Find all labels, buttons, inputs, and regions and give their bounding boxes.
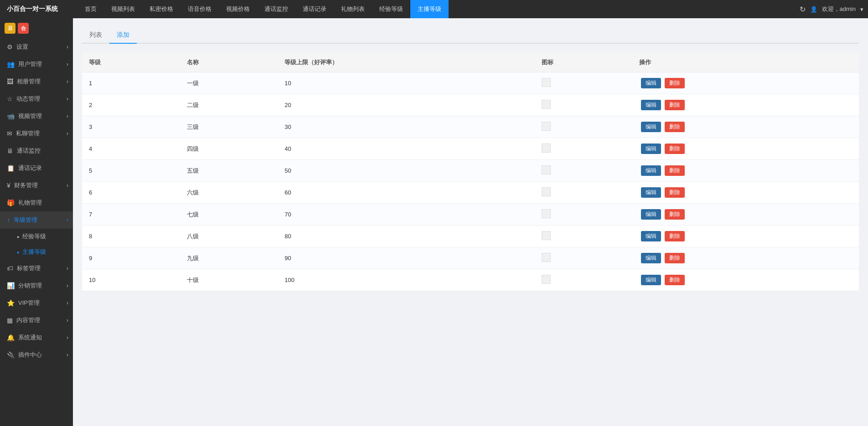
- table-row: 10 十级 100 编辑 删除: [82, 269, 859, 291]
- edit-button[interactable]: 编辑: [641, 275, 661, 285]
- cell-name: 七级: [180, 204, 278, 226]
- nav-video-list[interactable]: 视频列表: [104, 0, 142, 18]
- record-icon: 📋: [7, 164, 15, 172]
- badge-dou[interactable]: 豆: [5, 23, 16, 34]
- sidebar-item-dynamic[interactable]: ☆ 动态管理 ›: [0, 90, 73, 108]
- sidebar: 豆 合 ⚙ 设置 › 👥 用户管理 › 🖼 相册管理 › ☆ 动态管理 › 📹 …: [0, 18, 73, 426]
- chevron-right-icon: ›: [67, 182, 68, 189]
- sidebar-item-private-chat[interactable]: ✉ 私聊管理 ›: [0, 125, 73, 142]
- sidebar-item-user-management[interactable]: 👥 用户管理 ›: [0, 56, 73, 73]
- col-header-icon: 图标: [535, 53, 633, 72]
- cell-name: 八级: [180, 226, 278, 247]
- edit-button[interactable]: 编辑: [641, 122, 661, 132]
- cell-limit: 60: [278, 182, 534, 204]
- cell-limit: 20: [278, 94, 534, 116]
- badge-he[interactable]: 合: [18, 23, 29, 34]
- cell-icon: [535, 160, 633, 182]
- sidebar-label-user-management: 用户管理: [18, 60, 42, 68]
- nav-voice-price[interactable]: 语音价格: [181, 0, 219, 18]
- nav-call-record[interactable]: 通话记录: [295, 0, 334, 18]
- sidebar-subitem-exp-level[interactable]: 经验等级: [0, 229, 73, 244]
- sidebar-sublabel-anchor-level: 主播等级: [22, 248, 46, 256]
- chevron-right-icon: ›: [67, 113, 68, 119]
- sidebar-item-settings[interactable]: ⚙ 设置 ›: [0, 38, 73, 56]
- table-row: 5 五级 50 编辑 删除: [82, 160, 859, 182]
- sidebar-label-content: 内容管理: [16, 316, 40, 324]
- edit-button[interactable]: 编辑: [641, 187, 661, 198]
- sidebar-label-video: 视频管理: [18, 112, 42, 120]
- sidebar-label-dynamic: 动态管理: [16, 95, 40, 103]
- sidebar-item-plugin[interactable]: 🔌 插件中心 ›: [0, 346, 73, 364]
- sidebar-item-call-record[interactable]: 📋 通话记录: [0, 159, 73, 177]
- edit-button[interactable]: 编辑: [641, 253, 661, 263]
- chevron-right-icon: ›: [67, 130, 68, 137]
- sidebar-item-finance[interactable]: ¥ 财务管理 ›: [0, 177, 73, 194]
- content-icon: ▦: [7, 317, 13, 324]
- cell-name: 一级: [180, 72, 278, 94]
- delete-button[interactable]: 删除: [665, 231, 685, 241]
- vip-icon: ⭐: [7, 299, 15, 307]
- edit-button[interactable]: 编辑: [641, 209, 661, 220]
- delete-button[interactable]: 删除: [665, 78, 685, 88]
- tab-add[interactable]: 添加: [109, 27, 137, 44]
- delete-button[interactable]: 删除: [665, 122, 685, 132]
- sidebar-item-tag[interactable]: 🏷 标签管理 ›: [0, 260, 73, 277]
- delete-button[interactable]: 删除: [665, 100, 685, 110]
- level-icon: ↑: [7, 216, 10, 224]
- cell-limit: 50: [278, 160, 534, 182]
- sidebar-item-album[interactable]: 🖼 相册管理 ›: [0, 73, 73, 90]
- nav-video-price[interactable]: 视频价格: [219, 0, 257, 18]
- table-row: 2 二级 20 编辑 删除: [82, 94, 859, 116]
- sidebar-item-content[interactable]: ▦ 内容管理 ›: [0, 312, 73, 329]
- edit-button[interactable]: 编辑: [641, 144, 661, 154]
- delete-button[interactable]: 删除: [665, 253, 685, 263]
- edit-button[interactable]: 编辑: [641, 165, 661, 176]
- refresh-icon[interactable]: ↻: [800, 5, 806, 14]
- level-icon-img: [542, 122, 551, 131]
- sidebar-item-level-management[interactable]: ↑ 等级管理 ›: [0, 211, 73, 229]
- nav-home[interactable]: 首页: [78, 0, 104, 18]
- delete-button[interactable]: 删除: [665, 275, 685, 285]
- sidebar-label-call-record: 通话记录: [18, 164, 42, 172]
- nav-exp-level[interactable]: 经验等级: [372, 0, 410, 18]
- chevron-down-icon[interactable]: ▾: [860, 6, 863, 13]
- cell-icon: [535, 72, 633, 94]
- user-avatar-icon: 👤: [810, 6, 817, 13]
- top-nav: 小百合一对一系统 首页 视频列表 私密价格 语音价格 视频价格 通话监控 通话记…: [0, 0, 868, 18]
- nav-private-price[interactable]: 私密价格: [142, 0, 181, 18]
- sidebar-item-gift[interactable]: 🎁 礼物管理: [0, 194, 73, 211]
- nav-anchor-level[interactable]: 主播等级: [410, 0, 449, 18]
- sidebar-subitem-anchor-level[interactable]: 主播等级: [0, 244, 73, 260]
- cell-level: 6: [82, 182, 180, 204]
- tab-list[interactable]: 列表: [82, 27, 109, 44]
- cell-level: 8: [82, 226, 180, 247]
- chevron-right-icon: ›: [67, 300, 68, 306]
- sidebar-item-video[interactable]: 📹 视频管理 ›: [0, 108, 73, 125]
- cell-icon: [535, 94, 633, 116]
- sidebar-label-vip: VIP管理: [18, 299, 40, 307]
- cell-level: 4: [82, 138, 180, 160]
- delete-button[interactable]: 删除: [665, 144, 685, 154]
- data-table: 等级 名称 等级上限（好评率） 图标 操作 1 一级 10 编辑 删除 2 二级…: [82, 53, 859, 291]
- nav-call-monitor[interactable]: 通话监控: [257, 0, 295, 18]
- sidebar-item-distribution[interactable]: 📊 分销管理 ›: [0, 277, 73, 294]
- cell-action: 编辑 删除: [632, 138, 859, 160]
- cell-limit: 90: [278, 247, 534, 269]
- cell-action: 编辑 删除: [632, 247, 859, 269]
- sidebar-item-vip[interactable]: ⭐ VIP管理 ›: [0, 294, 73, 312]
- sidebar-sublabel-exp-level: 经验等级: [22, 232, 46, 241]
- edit-button[interactable]: 编辑: [641, 231, 661, 241]
- user-area: ↻ 👤 欢迎，admin ▾: [800, 5, 863, 14]
- col-header-action: 操作: [632, 53, 859, 72]
- sidebar-item-call-monitor[interactable]: 🖥 通话监控: [0, 142, 73, 159]
- cell-name: 四级: [180, 138, 278, 160]
- nav-gift-list[interactable]: 礼物列表: [334, 0, 372, 18]
- sidebar-item-notify[interactable]: 🔔 系统通知 ›: [0, 329, 73, 346]
- delete-button[interactable]: 删除: [665, 165, 685, 176]
- cell-action: 编辑 删除: [632, 116, 859, 138]
- cell-name: 九级: [180, 247, 278, 269]
- edit-button[interactable]: 编辑: [641, 78, 661, 88]
- delete-button[interactable]: 删除: [665, 187, 685, 198]
- delete-button[interactable]: 删除: [665, 209, 685, 220]
- edit-button[interactable]: 编辑: [641, 100, 661, 110]
